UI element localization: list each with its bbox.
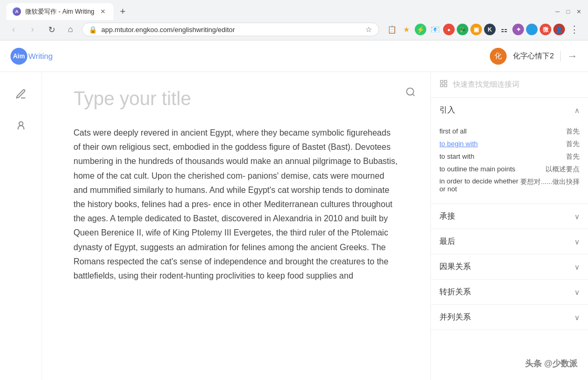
extension-icon-6[interactable]: 🐲 [457, 24, 468, 35]
browser-tab[interactable]: A 微软爱写作 - Aim Writing ✕ [6, 3, 113, 20]
section-follow: 承接 ∨ [431, 204, 588, 229]
section-parallel-arrow: ∨ [574, 313, 580, 322]
section-parallel-title: 并列关系 [439, 312, 471, 322]
editor-area[interactable]: Type your title Cats were deeply revered… [42, 72, 430, 380]
browser-chrome: A 微软爱写作 - Aim Writing ✕ + ─ □ ✕ ‹ › ↻ ⌂ … [0, 0, 588, 40]
browser-menu-button[interactable]: ⋮ [567, 22, 582, 37]
section-intro: 引入 ∧ first of all 首先 to begin with 首先 to… [431, 98, 588, 204]
tab-area: A 微软爱写作 - Aim Writing ✕ + [6, 3, 130, 20]
close-button[interactable]: ✕ [575, 8, 582, 15]
section-cause-header[interactable]: 因果关系 ∨ [431, 254, 588, 279]
extension-icon-7[interactable]: ▣ [470, 24, 482, 35]
search-float-button[interactable] [401, 83, 420, 101]
section-turn-arrow: ∨ [574, 288, 580, 296]
app-header: Aim Writing 化 化字心情下2 → [0, 40, 588, 72]
section-turn-title: 转折关系 [439, 287, 471, 297]
section-parallel-header[interactable]: 并列关系 ∨ [431, 305, 588, 330]
minimize-button[interactable]: ─ [554, 8, 561, 15]
section-finally: 最后 ∨ [431, 229, 588, 254]
title-bar: A 微软爱写作 - Aim Writing ✕ + ─ □ ✕ [0, 0, 588, 19]
logo-icon: Aim [10, 48, 27, 65]
main-layout: Type your title Cats were deeply revered… [0, 72, 588, 380]
user-avatar: 化 [490, 48, 507, 65]
section-follow-title: 承接 [439, 211, 455, 221]
address-bar: ‹ › ↻ ⌂ 🔒 app.mtutor.engkoo.com/englishw… [0, 19, 588, 40]
right-panel: 快速查找觉细连接词 引入 ∧ first of all 首先 to begin … [430, 72, 588, 380]
refresh-button[interactable]: ↻ [44, 22, 59, 37]
phrase-en-3: to start with [439, 152, 474, 160]
section-follow-header[interactable]: 承接 ∨ [431, 204, 588, 229]
home-button[interactable]: ⌂ [63, 22, 78, 37]
section-cause-arrow: ∨ [574, 263, 580, 271]
panel-search-placeholder[interactable]: 快速查找觉细连接词 [453, 80, 519, 89]
svg-rect-5 [440, 84, 443, 87]
section-intro-arrow: ∧ [574, 106, 580, 115]
editor-content[interactable]: Cats were deeply revered in ancient Egyp… [74, 126, 399, 283]
tab-favicon: A [13, 7, 21, 16]
extension-icon-3[interactable]: ⚡ [415, 24, 426, 35]
extension-icon-1[interactable]: 📋 [385, 23, 398, 36]
phrase-cn-4: 以概述要点 [545, 165, 580, 174]
section-cause-title: 因果关系 [439, 262, 471, 272]
section-intro-title: 引入 [439, 105, 455, 115]
section-turn: 转折关系 ∨ [431, 280, 588, 305]
user-name: 化字心情下2 [513, 52, 554, 61]
extension-icon-2[interactable]: ★ [400, 23, 413, 36]
tab-close-button[interactable]: ✕ [99, 7, 107, 16]
extension-icon-10[interactable]: ✦ [512, 24, 524, 35]
extension-icon-12[interactable]: 微 [540, 24, 551, 35]
section-parallel: 并列关系 ∨ [431, 305, 588, 330]
maximize-button[interactable]: □ [565, 8, 571, 15]
extension-icon-8[interactable]: K [484, 24, 496, 35]
extension-icon-4[interactable]: 📧 [428, 23, 441, 36]
url-bar[interactable]: 🔒 app.mtutor.engkoo.com/englishwriting/e… [82, 23, 379, 36]
phrase-en-2[interactable]: to begin with [439, 140, 478, 148]
header-right: 化 化字心情下2 → [490, 48, 578, 65]
phrase-en-1: first of all [439, 127, 467, 135]
phrase-cn-3: 首先 [566, 152, 580, 161]
extension-icon-11[interactable]: 🌐 [526, 24, 538, 35]
security-icon: 🔒 [89, 26, 97, 34]
phrase-cn-2: 首先 [566, 139, 580, 149]
bookmark-icon[interactable]: ☆ [365, 25, 372, 34]
phrase-row-4: to outline the main points 以概述要点 [439, 165, 580, 174]
tab-title: 微软爱写作 - Aim Writing [25, 7, 94, 16]
phrase-en-5: in order to decide whether or not [439, 177, 520, 193]
phrase-en-4: to outline the main points [439, 165, 516, 173]
phrase-cn-5: 要想对......做出抉择 [520, 177, 580, 187]
section-finally-arrow: ∨ [574, 238, 580, 246]
logout-button[interactable]: → [567, 50, 578, 62]
logo: Aim Writing [10, 48, 52, 65]
section-finally-header[interactable]: 最后 ∨ [431, 229, 588, 254]
logo-text: Writing [28, 52, 52, 60]
section-finally-title: 最后 [439, 237, 455, 247]
forward-button[interactable]: › [25, 22, 40, 37]
phrase-row-2: to begin with 首先 [439, 139, 580, 149]
editor-title-placeholder[interactable]: Type your title [74, 88, 399, 110]
back-button[interactable]: ‹ [6, 22, 21, 37]
phrase-row-3: to start with 首先 [439, 152, 580, 161]
svg-rect-3 [440, 80, 443, 83]
panel-header: 快速查找觉细连接词 [431, 72, 588, 98]
sidebar-tool-edit[interactable] [9, 83, 33, 106]
section-intro-content: first of all 首先 to begin with 首先 to star… [431, 122, 588, 203]
svg-rect-6 [444, 84, 447, 87]
extension-icon-9[interactable]: ⚏ [498, 23, 510, 36]
user-avatar-icon[interactable]: 👤 [553, 24, 565, 35]
header-divider [560, 51, 561, 61]
sidebar-tool-user[interactable] [9, 114, 33, 137]
section-cause: 因果关系 ∨ [431, 254, 588, 280]
phrase-cn-1: 首先 [566, 127, 580, 136]
section-intro-header[interactable]: 引入 ∧ [431, 98, 588, 122]
section-turn-header[interactable]: 转折关系 ∨ [431, 280, 588, 304]
url-text: app.mtutor.engkoo.com/englishwriting/edi… [101, 26, 361, 34]
window-controls: ─ □ ✕ [554, 8, 582, 15]
new-tab-button[interactable]: + [116, 4, 130, 19]
phrase-row-1: first of all 首先 [439, 127, 580, 136]
section-follow-arrow: ∨ [574, 212, 580, 221]
watermark: 头条 @少数派 [525, 358, 578, 369]
svg-line-2 [413, 94, 415, 96]
phrase-row-5: in order to decide whether or not 要想对...… [439, 177, 580, 193]
left-sidebar [0, 72, 42, 380]
extension-icon-5[interactable]: ● [443, 24, 455, 35]
